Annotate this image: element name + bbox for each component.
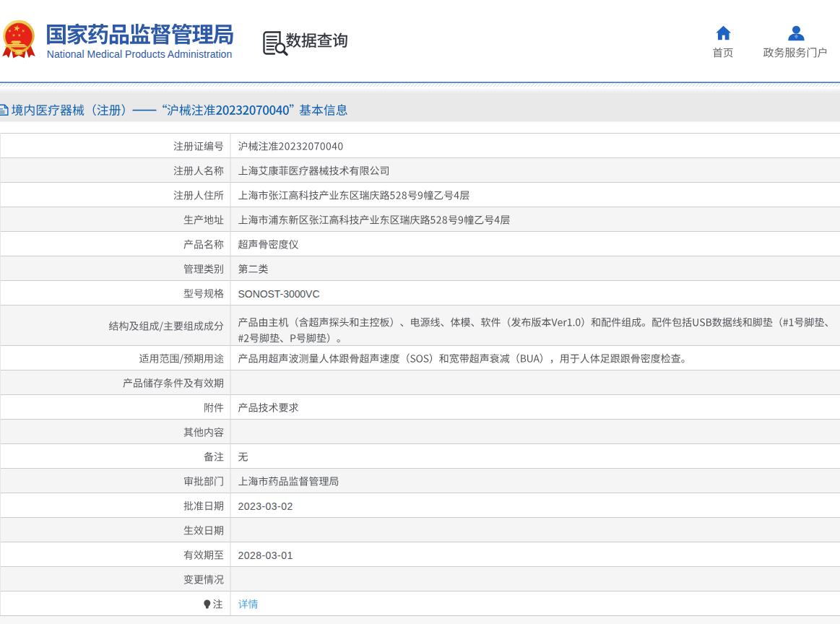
svg-text:2023-03-02: 2023-03-02 xyxy=(238,500,293,512)
svg-text:National Medical Products Admi: National Medical Products Administration xyxy=(47,48,232,60)
svg-text:SONOST-3000VC: SONOST-3000VC xyxy=(238,288,320,300)
svg-text:2028-03-01: 2028-03-01 xyxy=(238,550,293,561)
